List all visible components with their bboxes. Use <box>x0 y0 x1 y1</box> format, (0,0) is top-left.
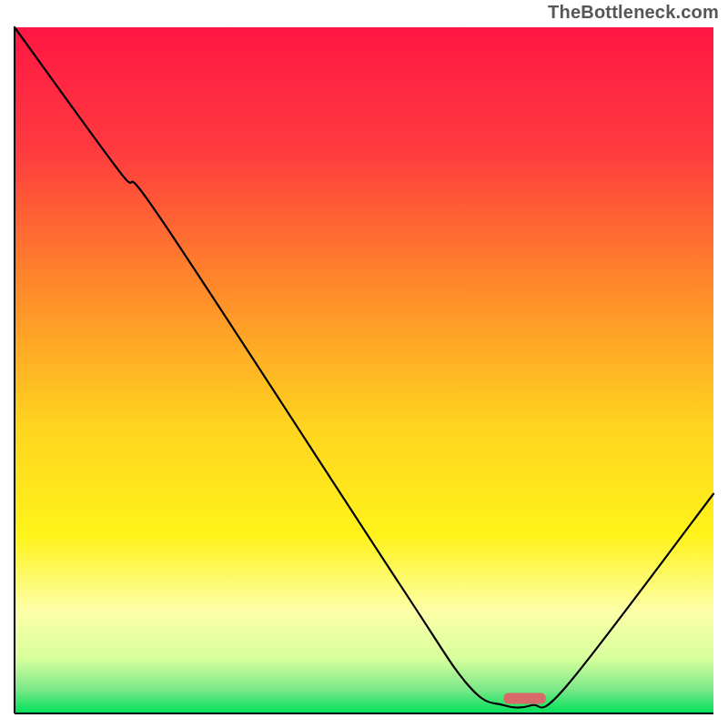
optimal-range-marker <box>504 693 546 703</box>
bottleneck-chart <box>13 25 715 715</box>
gradient-background <box>15 27 713 713</box>
chart-container: TheBottleneck.com <box>0 0 728 728</box>
plot-area <box>13 25 715 715</box>
attribution-text: TheBottleneck.com <box>548 2 719 23</box>
